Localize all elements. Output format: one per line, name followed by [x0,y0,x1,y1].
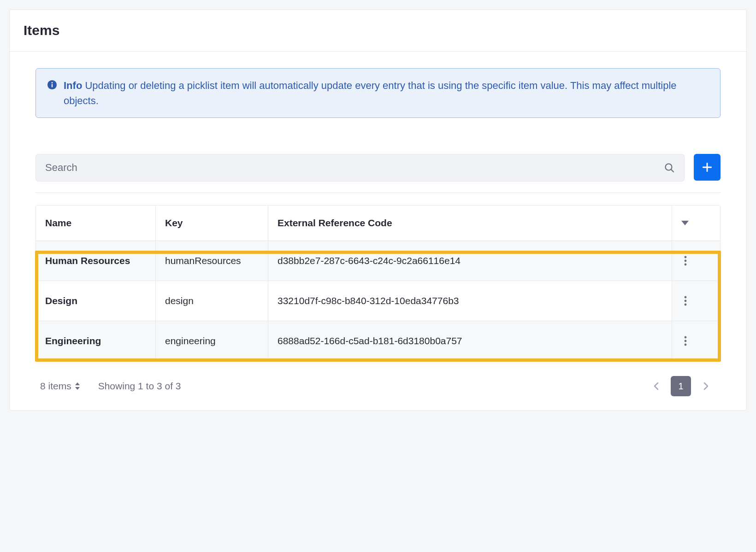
chevron-right-icon [703,382,709,390]
page-title: Items [24,23,732,38]
info-label: Info [64,80,82,91]
col-erc[interactable]: External Reference Code [268,206,672,241]
items-count-label: 8 items [40,381,71,392]
panel-header: Items [10,10,746,52]
svg-marker-7 [681,221,689,225]
sort-icon [75,382,80,390]
cell-erc: 33210d7f-c98c-b840-312d-10eda34776b3 [268,281,672,321]
table-row[interactable]: Engineering engineering 6888ad52-166d-c5… [36,321,720,361]
table-footer: 8 items Showing 1 to 3 of 3 1 [35,373,721,396]
table-row[interactable]: Human Resources humanResources d38bb2e7-… [36,241,720,281]
search-icon[interactable] [655,162,684,173]
search-field[interactable] [35,154,685,182]
cell-key: engineering [156,321,268,361]
prev-page-button[interactable] [646,376,666,396]
svg-point-12 [685,300,687,302]
showing-text: Showing 1 to 3 of 3 [98,381,181,392]
cell-key: design [156,281,268,321]
info-message: Updating or deleting a picklist item wil… [64,80,677,106]
svg-line-4 [671,170,673,172]
chevron-left-icon [654,382,659,390]
items-table: Name Key External Reference Code [35,205,721,361]
svg-point-11 [685,296,687,299]
svg-point-10 [685,264,687,266]
cell-name: Engineering [36,321,156,361]
col-key[interactable]: Key [156,206,268,241]
row-actions-button[interactable] [681,293,690,309]
kebab-icon [684,296,687,306]
info-text: Info Updating or deleting a picklist ite… [64,78,709,108]
col-actions[interactable] [672,206,720,241]
plus-icon [701,161,713,173]
kebab-icon [684,256,687,266]
pagination: 1 [646,376,716,396]
svg-marker-17 [75,382,80,385]
page-1-button[interactable]: 1 [671,376,691,396]
cell-erc: 6888ad52-166d-c5ad-b181-6d3180b0a757 [268,321,672,361]
info-icon [47,80,57,90]
row-actions-button[interactable] [681,333,690,349]
kebab-icon [684,336,687,346]
table-row[interactable]: Design design 33210d7f-c98c-b840-312d-10… [36,281,720,321]
svg-point-15 [685,340,687,342]
next-page-button[interactable] [696,376,716,396]
table-header-row: Name Key External Reference Code [36,206,720,241]
items-table-wrap: Name Key External Reference Code [35,205,721,361]
svg-rect-1 [52,84,53,87]
svg-marker-18 [75,387,80,390]
row-actions-button[interactable] [681,253,690,269]
cell-name: Design [36,281,156,321]
caret-down-icon [681,221,711,225]
search-input[interactable] [36,154,655,181]
svg-point-13 [685,304,687,306]
svg-point-8 [685,256,687,258]
items-per-page[interactable]: 8 items [40,381,80,392]
svg-point-16 [685,344,687,346]
add-item-button[interactable] [694,154,721,181]
cell-key: humanResources [156,241,268,281]
cell-name: Human Resources [36,241,156,281]
toolbar [35,154,721,193]
svg-point-14 [685,336,687,339]
cell-erc: d38bb2e7-287c-6643-c24c-9c2a66116e14 [268,241,672,281]
svg-point-2 [52,82,53,83]
col-name[interactable]: Name [36,206,156,241]
items-panel: Items Info Updating or deleting a pickli… [9,9,747,411]
svg-point-9 [685,260,687,262]
info-alert: Info Updating or deleting a picklist ite… [35,68,721,118]
